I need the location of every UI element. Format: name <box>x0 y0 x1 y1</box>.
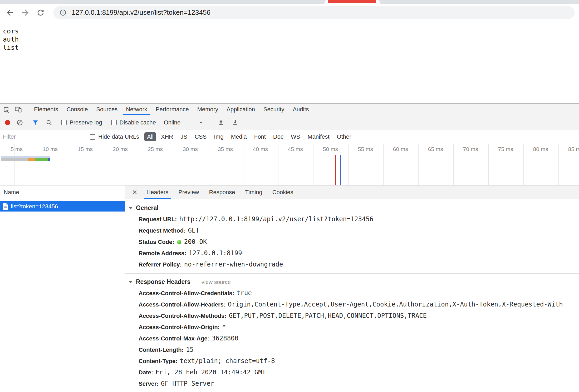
response-segment <box>35 158 48 161</box>
request-name: list?token=123456 <box>11 203 58 210</box>
header-field-row: Access-Control-Allow-Origin:* <box>125 321 579 333</box>
filter-type-js[interactable]: JS <box>178 132 190 141</box>
devtools-tab-application[interactable]: Application <box>222 104 259 115</box>
waiting-segment <box>1 158 28 161</box>
header-field-value: no-referrer-when-downgrade <box>184 261 283 268</box>
domcontentloaded-marker <box>340 155 341 185</box>
reload-button[interactable] <box>34 6 47 19</box>
device-toolbar-button[interactable] <box>12 104 24 115</box>
devtools-tab-performance[interactable]: Performance <box>151 104 193 115</box>
tab-label: Timing <box>245 189 262 196</box>
detail-tab-preview[interactable]: Preview <box>175 185 203 199</box>
detail-tab-response[interactable]: Response <box>205 185 239 199</box>
preserve-log-checkbox[interactable] <box>61 120 67 125</box>
download-arrow-icon <box>232 119 239 126</box>
view-source-link[interactable]: view source <box>202 279 231 285</box>
header-field-name: Request Method: <box>139 227 185 234</box>
tab-label: Cookies <box>272 189 293 196</box>
filter-type-xhr[interactable]: XHR <box>158 132 176 141</box>
header-field-name: Access-Control-Allow-Methods: <box>139 313 227 319</box>
header-field-value: Fri, 28 Feb 2020 14:49:42 GMT <box>155 369 266 376</box>
filter-type-media[interactable]: Media <box>228 132 249 141</box>
tab-label: Audits <box>293 106 309 113</box>
search-button[interactable] <box>44 118 54 128</box>
record-icon <box>5 120 10 125</box>
request-row[interactable]: list?token=123456 <box>0 201 125 212</box>
header-field-name: Content-Type: <box>139 358 177 364</box>
page-body: cors auth list <box>0 21 579 103</box>
filter-input[interactable] <box>3 133 90 140</box>
detail-tab-headers[interactable]: Headers <box>143 185 172 199</box>
header-field-row: Referrer Policy:no-referrer-when-downgra… <box>125 259 579 270</box>
import-har-button[interactable] <box>216 118 226 128</box>
devtools-tab-network[interactable]: Network <box>122 104 151 115</box>
overview-bar-top <box>1 156 50 158</box>
throttling-select[interactable]: Online <box>164 119 204 126</box>
network-overview-timeline[interactable]: 5 ms10 ms15 ms20 ms25 ms30 ms35 ms40 ms4… <box>0 144 579 185</box>
filter-type-doc[interactable]: Doc <box>271 132 286 141</box>
preserve-log-toggle[interactable]: Preserve log <box>61 119 102 126</box>
back-button[interactable] <box>4 6 16 19</box>
network-filter-row: Hide data URLs All XHR JS CSS Img Media … <box>0 130 579 144</box>
header-field-value: 15 <box>186 346 194 353</box>
tab-label: Application <box>227 106 255 113</box>
tab-label: Security <box>263 106 284 113</box>
filter-type-font[interactable]: Font <box>252 132 268 141</box>
devtools-tab-sources[interactable]: Sources <box>92 104 122 115</box>
filter-funnel-icon <box>32 119 39 126</box>
url-text: 127.0.0.1:8199/api.v2/user/list?token=12… <box>72 8 210 17</box>
disable-cache-label: Disable cache <box>120 119 156 126</box>
detail-tab-cookies[interactable]: Cookies <box>269 185 297 199</box>
resource-type-filters: All XHR JS CSS Img Media Font Doc WS Man… <box>143 132 355 141</box>
hide-data-urls-toggle[interactable]: Hide data URLs <box>90 133 139 140</box>
info-icon[interactable] <box>59 9 67 17</box>
section-title: Response Headers <box>136 278 190 285</box>
devtools-tab-audits[interactable]: Audits <box>288 104 313 115</box>
devtools-tab-memory[interactable]: Memory <box>193 104 222 115</box>
header-field-name: Status Code: <box>139 239 174 245</box>
filter-type-css[interactable]: CSS <box>192 132 209 141</box>
name-column-header[interactable]: Name <box>0 185 125 199</box>
filter-type-manifest[interactable]: Manifest <box>305 132 332 141</box>
disable-cache-toggle[interactable]: Disable cache <box>111 119 156 126</box>
detail-tab-timing[interactable]: Timing <box>242 185 266 199</box>
inspect-element-button[interactable] <box>0 104 12 115</box>
reload-icon <box>36 8 45 17</box>
devtools-tab-console[interactable]: Console <box>62 104 92 115</box>
header-field-name: Server: <box>139 380 159 387</box>
devtools-tab-elements[interactable]: Elements <box>30 104 62 115</box>
header-field-row: Access-Control-Max-Age:3628800 <box>125 333 579 344</box>
devtools-tab-security[interactable]: Security <box>259 104 288 115</box>
filter-type-ws[interactable]: WS <box>288 132 303 141</box>
clear-button[interactable] <box>15 118 25 128</box>
forward-button[interactable] <box>19 6 32 19</box>
record-button[interactable] <box>3 118 13 128</box>
header-field-name: Content-Length: <box>139 346 184 353</box>
filter-toggle-button[interactable] <box>30 118 40 128</box>
hide-data-urls-checkbox[interactable] <box>90 134 95 140</box>
header-field-name: Access-Control-Allow-Headers: <box>139 301 225 308</box>
response-headers-section-header[interactable]: Response Headers view source <box>125 274 579 288</box>
name-column-label: Name <box>4 189 19 196</box>
close-detail-button[interactable]: ✕ <box>128 185 141 199</box>
general-section-header[interactable]: General <box>125 199 579 214</box>
url-bar[interactable]: 127.0.0.1:8199/api.v2/user/list?token=12… <box>53 6 575 19</box>
load-event-marker <box>335 155 336 185</box>
filter-type-other[interactable]: Other <box>334 132 354 141</box>
header-field-name: Access-Control-Max-Age: <box>139 335 209 342</box>
device-toolbar-icon <box>14 105 22 113</box>
end-segment <box>48 158 50 161</box>
header-field-row: Access-Control-Allow-Methods:GET,PUT,POS… <box>125 310 579 321</box>
header-field-row: Status Code:200 OK <box>125 236 579 248</box>
header-field-value: GF HTTP Server <box>161 380 214 387</box>
page-text-line: auth <box>3 35 576 43</box>
disable-cache-checkbox[interactable] <box>111 120 117 125</box>
general-section-body: Request URL:http://127.0.0.1:8199/api.v2… <box>125 214 579 270</box>
filter-type-all[interactable]: All <box>144 132 156 141</box>
search-icon <box>45 119 53 126</box>
filter-type-img[interactable]: Img <box>211 132 226 141</box>
header-field-name: Access-Control-Allow-Origin: <box>139 324 220 330</box>
export-har-button[interactable] <box>230 118 240 128</box>
browser-toolbar: 127.0.0.1:8199/api.v2/user/list?token=12… <box>0 4 579 21</box>
timeline-tick-label: 85 ms <box>538 146 579 152</box>
